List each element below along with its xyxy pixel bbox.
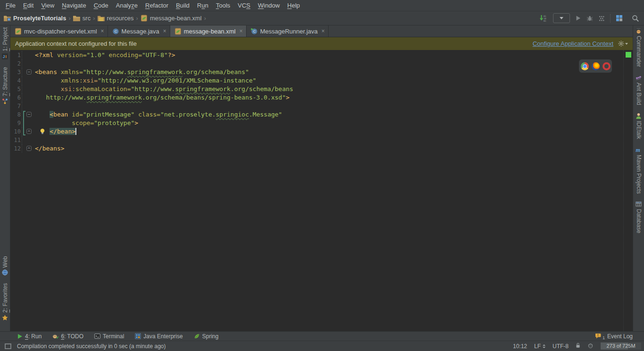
tool-window-button----project[interactable]: 1: ProjectJI <box>2 27 8 59</box>
tool-window-button----todo[interactable]: 6: TODO <box>52 333 83 340</box>
code-line[interactable]: 1<?xml version="1.0" encoding="UTF-8"?> <box>10 51 633 59</box>
tab-message-bean.xml[interactable]: message-bean.xml× <box>170 25 247 37</box>
fold-collapse-icon[interactable]: − <box>26 69 32 75</box>
tool-window-button----structure[interactable]: 7: Structure <box>2 67 8 104</box>
code-line[interactable]: 10^ </bean> <box>10 127 633 136</box>
fold-collapse-icon[interactable]: − <box>26 112 32 117</box>
tool-window-button-spring[interactable]: Spring <box>194 333 219 340</box>
tool-window-button-database[interactable]: Database <box>636 201 642 233</box>
banner-message: Application context not configured for t… <box>15 40 137 47</box>
code-line[interactable]: 11 <box>10 136 633 144</box>
code-line[interactable]: 4 xmlns:xsi="http://www.w3.org/2001/XMLS… <box>10 76 633 85</box>
intellij-project-icon: JI <box>2 53 8 59</box>
fold-expand-icon[interactable]: ^ <box>26 129 32 134</box>
vcs-update-icon[interactable]: 011001 <box>540 15 548 22</box>
firefox-browser-icon[interactable] <box>592 62 600 70</box>
tab-close-icon[interactable]: × <box>322 28 325 34</box>
inspection-status-indicator[interactable] <box>626 52 631 58</box>
web-icon <box>2 269 8 276</box>
tab-messagerunner.java[interactable]: CMessageRunner.java× <box>247 25 329 37</box>
run-button[interactable] <box>575 15 581 21</box>
menu-window[interactable]: Window <box>254 0 283 10</box>
menu-file[interactable]: File <box>2 0 19 10</box>
code-line[interactable]: 2 <box>10 59 633 68</box>
tab-close-icon[interactable]: × <box>163 28 166 34</box>
menu-build[interactable]: Build <box>172 0 193 10</box>
coverage-button[interactable] <box>598 15 605 22</box>
memory-indicator[interactable]: 273 of 725M <box>601 343 641 350</box>
tool-window-toggle-icon[interactable] <box>5 343 11 349</box>
memory-indicator-text: 273 of 725M <box>601 343 641 350</box>
tool-window-button-maven-projects[interactable]: mMaven Projects <box>636 147 642 194</box>
event-log-button[interactable]: ! 1 Event Log <box>595 333 633 340</box>
breadcrumb-item-message-bean.xml[interactable]: message-bean.xml <box>140 15 202 22</box>
intention-bulb-icon[interactable] <box>40 128 45 137</box>
menu-tools[interactable]: Tools <box>212 0 234 10</box>
run-configuration-dropdown[interactable] <box>553 13 570 23</box>
tool-window-button-label: Spring <box>202 333 219 340</box>
menu-code[interactable]: Code <box>90 0 112 10</box>
code-text: http://www.springframework.org/schema/be… <box>35 93 633 102</box>
code-line[interactable]: 12^</beans> <box>10 144 633 153</box>
tool-window-button-idetalk[interactable]: IDEtalk <box>636 113 642 139</box>
breadcrumb-item-src[interactable]: src <box>73 15 91 22</box>
tab-close-icon[interactable]: × <box>101 28 104 34</box>
tool-window-button-label: 1: Project <box>2 27 8 51</box>
left-tool-window-bar: 1: ProjectJI7: StructureWeb2: Favorites <box>0 25 10 331</box>
menu-navigate[interactable]: Navigate <box>58 0 90 10</box>
highlighting-level-icon[interactable] <box>587 343 594 350</box>
code-line[interactable]: 7 <box>10 102 633 110</box>
spring-leaf-icon <box>194 333 200 339</box>
menu-help[interactable]: Help <box>283 0 304 10</box>
right-tool-window-bar: CommanderAnt BuildIDEtalkmMaven Projects… <box>633 25 644 331</box>
caret-position-widget[interactable]: 10:12 <box>513 343 527 350</box>
menu-view[interactable]: View <box>37 0 58 10</box>
tool-window-button-java-enterprise[interactable]: Java Enterprise <box>135 333 182 340</box>
breadcrumb-item-resources[interactable]: resources <box>98 15 134 22</box>
code-line[interactable]: 9 scope="prototype"> <box>10 119 633 127</box>
bottom-tool-window-bar: 4: Run6: TODOTerminalJava EnterpriseSpri… <box>0 331 644 341</box>
gutter-fold-column: − <box>22 110 35 119</box>
menu-run[interactable]: Run <box>193 0 212 10</box>
tool-window-button-commander[interactable]: Commander <box>636 28 642 67</box>
folder-icon <box>73 15 80 21</box>
opera-browser-icon[interactable] <box>603 62 611 70</box>
tool-window-button-web[interactable]: Web <box>2 256 8 276</box>
code-editor[interactable]: 1<?xml version="1.0" encoding="UTF-8"?>2… <box>10 50 633 331</box>
line-separator-widget[interactable]: LF <box>534 343 545 350</box>
event-log-badge: 1 <box>603 335 605 340</box>
tool-window-button-ant-build[interactable]: Ant Build <box>636 75 642 105</box>
breadcrumb-item-proselytetutorials[interactable]: ProselyteTutorials <box>4 15 66 22</box>
tool-window-button-terminal[interactable]: Terminal <box>94 333 124 340</box>
tool-window-button----run[interactable]: 4: Run <box>17 333 41 340</box>
debug-button[interactable] <box>586 15 593 22</box>
tab-message.java[interactable]: CMessage.java× <box>108 25 170 37</box>
menu-refactor[interactable]: Refactor <box>141 0 172 10</box>
code-line[interactable]: 6 http://www.springframework.org/schema/… <box>10 93 633 102</box>
chevron-down-icon <box>625 43 628 45</box>
code-text <box>35 136 633 144</box>
line-number: 5 <box>10 85 21 93</box>
tab-close-icon[interactable]: × <box>239 28 243 34</box>
svg-text:C: C <box>253 29 256 33</box>
configure-application-context-link[interactable]: Configure Application Context <box>533 40 613 47</box>
code-line[interactable]: 3−<beans xmlns="http://www.springframewo… <box>10 68 633 76</box>
lock-icon[interactable] <box>576 343 580 350</box>
fold-expand-icon[interactable]: ^ <box>26 146 32 151</box>
code-line[interactable]: 8− <bean id="printMessage" class="net.pr… <box>10 110 633 119</box>
tab-mvc-dispatcher-servlet.xml[interactable]: mvc-dispatcher-servlet.xml× <box>10 25 108 37</box>
line-number: 9 <box>10 119 21 127</box>
line-number: 7 <box>10 102 21 110</box>
encoding-widget[interactable]: UTF-8 <box>553 343 569 350</box>
chrome-browser-icon[interactable] <box>581 62 589 70</box>
banner-settings-button[interactable] <box>618 41 628 47</box>
search-everywhere-icon[interactable] <box>632 15 639 22</box>
menu-edit[interactable]: Edit <box>19 0 37 10</box>
code-line[interactable]: 5 xsi:schemaLocation="http://www.springf… <box>10 85 633 93</box>
editor-lines: 1<?xml version="1.0" encoding="UTF-8"?>2… <box>10 50 633 153</box>
project-structure-button[interactable] <box>616 15 623 22</box>
error-stripe[interactable] <box>623 50 633 331</box>
tool-window-button----favorites[interactable]: 2: Favorites <box>2 283 8 321</box>
menu-vcs[interactable]: VCS <box>234 0 254 10</box>
menu-analyze[interactable]: Analyze <box>112 0 141 10</box>
